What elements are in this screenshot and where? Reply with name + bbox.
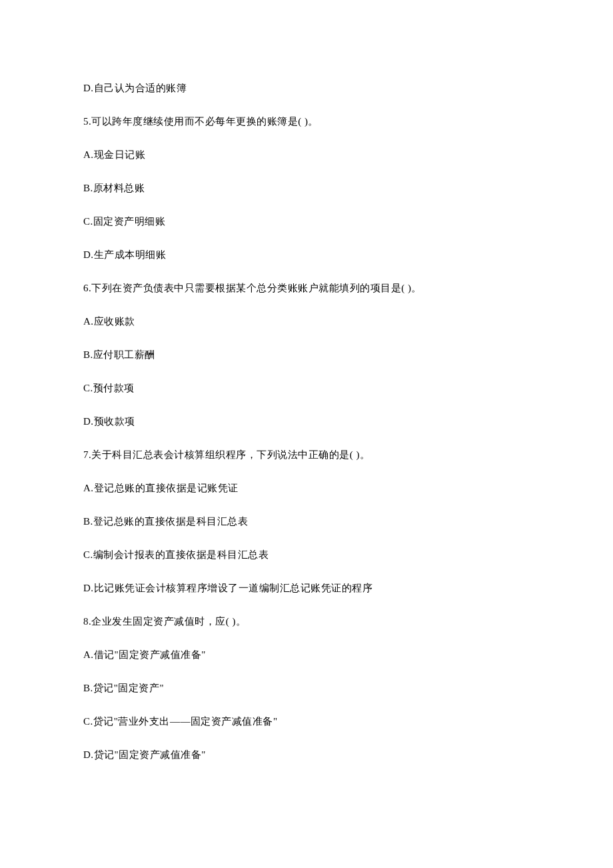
- option-line: B.登记总账的直接依据是科目汇总表: [83, 513, 530, 529]
- question-line: 7.关于科目汇总表会计核算组织程序，下列说法中正确的是( )。: [83, 447, 530, 463]
- option-line: B.应付职工薪酬: [83, 347, 530, 363]
- option-line: D.贷记"固定资产减值准备": [83, 747, 530, 763]
- option-line: D.预收款项: [83, 413, 530, 429]
- option-line: A.借记"固定资产减值准备": [83, 647, 530, 663]
- option-line: D.自己认为合适的账簿: [83, 80, 530, 96]
- question-line: 5.可以跨年度继续使用而不必每年更换的账簿是( )。: [83, 113, 530, 129]
- option-line: C.贷记"营业外支出——固定资产减值准备": [83, 713, 530, 729]
- option-line: D.生产成本明细账: [83, 247, 530, 263]
- option-line: C.编制会计报表的直接依据是科目汇总表: [83, 547, 530, 563]
- option-line: A.登记总账的直接依据是记账凭证: [83, 480, 530, 496]
- question-line: 6.下列在资产负债表中只需要根据某个总分类账账户就能填列的项目是( )。: [83, 280, 530, 296]
- question-line: 8.企业发生固定资产减值时，应( )。: [83, 613, 530, 629]
- option-line: A.应收账款: [83, 313, 530, 329]
- option-line: C.预付款项: [83, 380, 530, 396]
- option-line: D.比记账凭证会计核算程序增设了一道编制汇总记账凭证的程序: [83, 580, 530, 596]
- option-line: A.现金日记账: [83, 147, 530, 163]
- option-line: C.固定资产明细账: [83, 213, 530, 229]
- option-line: B.原材料总账: [83, 180, 530, 196]
- option-line: B.贷记"固定资产": [83, 680, 530, 696]
